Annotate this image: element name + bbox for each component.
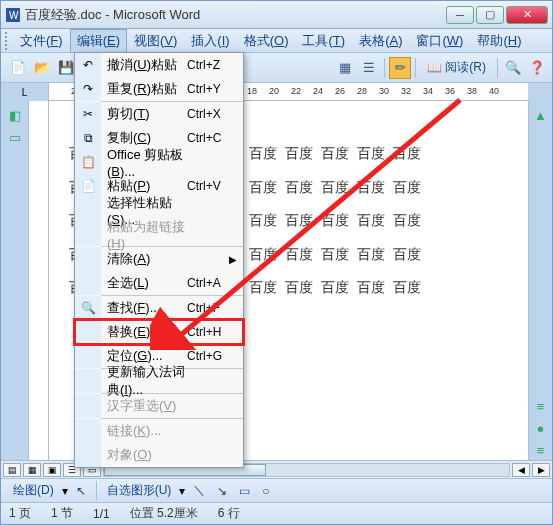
menu-item-label: 粘贴(P) (101, 177, 187, 195)
word-app-icon: W (5, 7, 21, 23)
blank-icon (75, 344, 101, 368)
menu-item-Office剪贴板B[interactable]: 📋Office 剪贴板(B)... (75, 150, 243, 174)
menu-item-label: 清除(A) (101, 250, 187, 268)
menu-shortcut: Ctrl+G (187, 349, 243, 363)
undo-icon: ↶ (75, 53, 101, 77)
maximize-button[interactable]: ▢ (476, 6, 504, 24)
titlebar: W 百度经验.doc - Microsoft Word ─ ▢ ✕ (1, 1, 552, 29)
next-page-icon[interactable]: ≡ (531, 440, 551, 460)
right-toolstrip: ▲ ≡ ● ≡ (528, 101, 552, 460)
menu-item-粘贴为超链接H: 粘贴为超链接(H) (75, 222, 243, 246)
blank-icon (75, 320, 101, 344)
scroll-left-button[interactable]: ◀ (512, 463, 530, 477)
menu-item-清除A[interactable]: 清除(A)▶ (75, 247, 243, 271)
status-section: 1 节 (51, 505, 73, 522)
menu-v[interactable]: 视图(V) (127, 29, 184, 53)
find-icon: 🔍 (75, 296, 101, 320)
line-tool[interactable]: ＼ (189, 480, 209, 501)
scroll-right-button[interactable]: ▶ (532, 463, 550, 477)
columns-button[interactable]: ☰ (358, 57, 380, 79)
menu-o[interactable]: 格式(O) (237, 29, 296, 53)
menu-shortcut: Ctrl+Y (187, 82, 243, 96)
menu-shortcut: Ctrl+F (187, 301, 243, 315)
copy-icon: ⧉ (75, 126, 101, 150)
menu-f[interactable]: 文件(F) (13, 29, 70, 53)
status-pages: 1/1 (93, 507, 110, 521)
drawing-toggle-button[interactable]: ✏ (389, 57, 411, 79)
web-view-button[interactable]: ▦ (23, 463, 41, 477)
new-doc-button[interactable]: 📄 (7, 57, 29, 79)
menu-e[interactable]: 编辑(E) (70, 29, 127, 53)
ruler-corner: L (1, 83, 49, 101)
blank-icon (75, 394, 101, 418)
scroll-up-icon[interactable]: ▲ (531, 105, 551, 125)
redo-icon: ↷ (75, 77, 101, 101)
menu-item-label: 撤消(U)粘贴 (101, 56, 187, 74)
status-page: 1 页 (9, 505, 31, 522)
menu-h[interactable]: 帮助(H) (470, 29, 528, 53)
zoom-button[interactable]: 🔍 (502, 57, 524, 79)
menu-item-label: 替换(E)... (101, 323, 187, 341)
clipboard-icon: 📋 (75, 150, 101, 174)
outline-icon[interactable]: ◧ (5, 105, 25, 125)
thumbnail-icon[interactable]: ▭ (5, 127, 25, 147)
menu-item-label: 汉字重选(V) (101, 397, 187, 415)
reading-layout-button[interactable]: 📖 阅读(R) (420, 57, 493, 79)
menubar: 文件(F)编辑(E)视图(V)插入(I)格式(O)工具(T)表格(A)窗口(W)… (1, 29, 552, 53)
menu-item-查找F[interactable]: 🔍查找(F)...Ctrl+F (75, 296, 243, 320)
blank-icon (75, 443, 101, 467)
menu-item-撤消U粘贴[interactable]: ↶撤消(U)粘贴Ctrl+Z (75, 53, 243, 77)
blank-icon (75, 222, 101, 246)
menu-shortcut: Ctrl+Z (187, 58, 243, 72)
menu-item-链接K: 链接(K)... (75, 419, 243, 443)
close-button[interactable]: ✕ (506, 6, 548, 24)
menu-item-label: 剪切(T) (101, 105, 187, 123)
menu-item-剪切T[interactable]: ✂剪切(T)Ctrl+X (75, 102, 243, 126)
menu-i[interactable]: 插入(I) (184, 29, 236, 53)
statusbar: 1 页 1 节 1/1 位置 5.2厘米 6 行 (1, 502, 552, 524)
menu-w[interactable]: 窗口(W) (409, 29, 470, 53)
menu-item-label: 重复(R)粘贴 (101, 80, 187, 98)
status-line: 6 行 (218, 505, 240, 522)
select-objects-button[interactable]: ↖ (72, 482, 90, 500)
menu-item-对象O: 对象(O) (75, 443, 243, 467)
window-controls: ─ ▢ ✕ (446, 6, 548, 24)
draw-menu[interactable]: 绘图(D) (9, 480, 58, 501)
menu-shortcut: Ctrl+X (187, 107, 243, 121)
blank-icon (75, 271, 101, 295)
menu-shortcut: Ctrl+A (187, 276, 243, 290)
arrow-tool[interactable]: ↘ (213, 482, 231, 500)
menu-a[interactable]: 表格(A) (352, 29, 409, 53)
browse-object-icon[interactable]: ● (531, 418, 551, 438)
separator (415, 58, 416, 78)
normal-view-button[interactable]: ▤ (3, 463, 21, 477)
blank-icon (75, 247, 101, 271)
left-toolstrip: ◧ ▭ (1, 101, 29, 460)
menu-item-汉字重选V: 汉字重选(V) (75, 394, 243, 418)
open-button[interactable]: 📂 (31, 57, 53, 79)
rectangle-tool[interactable]: ▭ (235, 482, 254, 500)
autoshapes-menu[interactable]: 自选图形(U) (103, 480, 176, 501)
menu-item-全选L[interactable]: 全选(L)Ctrl+A (75, 271, 243, 295)
menubar-grip[interactable] (5, 32, 11, 50)
menu-item-label: 全选(L) (101, 274, 187, 292)
menu-item-更新输入法词典I[interactable]: 更新输入法词典(I)... (75, 369, 243, 393)
drawing-toolbar: 绘图(D) ▾ ↖ 自选图形(U) ▾ ＼ ↘ ▭ ○ (1, 478, 552, 502)
menu-shortcut: Ctrl+C (187, 131, 243, 145)
prev-page-icon[interactable]: ≡ (531, 396, 551, 416)
paste-icon: 📄 (75, 174, 101, 198)
menu-t[interactable]: 工具(T) (295, 29, 352, 53)
menu-item-重复R粘贴[interactable]: ↷重复(R)粘贴Ctrl+Y (75, 77, 243, 101)
table-insert-button[interactable]: ▦ (334, 57, 356, 79)
vertical-ruler[interactable] (29, 101, 49, 460)
oval-tool[interactable]: ○ (258, 482, 273, 500)
svg-text:W: W (9, 10, 19, 21)
menu-item-替换E[interactable]: 替换(E)...Ctrl+H (75, 320, 243, 344)
separator (384, 58, 385, 78)
print-view-button[interactable]: ▣ (43, 463, 61, 477)
window-title: 百度经验.doc - Microsoft Word (25, 6, 446, 24)
cut-icon: ✂ (75, 102, 101, 126)
menu-item-label: 粘贴为超链接(H) (101, 218, 187, 251)
minimize-button[interactable]: ─ (446, 6, 474, 24)
help-button[interactable]: ❓ (526, 57, 548, 79)
